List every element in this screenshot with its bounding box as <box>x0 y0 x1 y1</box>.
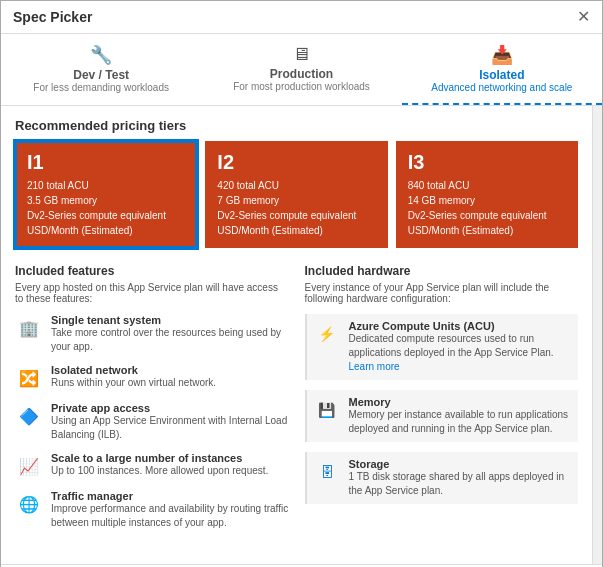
spec-picker-dialog: Spec Picker ✕ 🔧 Dev / Test For less dema… <box>0 0 603 567</box>
dialog-title: Spec Picker <box>13 9 92 25</box>
tier-I2[interactable]: I2 420 total ACU 7 GB memory Dv2-Series … <box>205 141 387 248</box>
acu-icon: ⚡ <box>313 320 341 348</box>
isolated-desc: Advanced networking and scale <box>410 82 594 93</box>
hardware-storage: 🗄 Storage 1 TB disk storage shared by al… <box>305 452 579 504</box>
dev-test-desc: For less demanding workloads <box>9 82 193 93</box>
private-app-text: Private app access Using an App Service … <box>51 402 289 442</box>
isolated-icon: 📥 <box>410 44 594 66</box>
hardware-desc: Every instance of your App Service plan … <box>305 282 579 304</box>
details-section: Included features Every app hosted on th… <box>15 264 578 540</box>
features-desc: Every app hosted on this App Service pla… <box>15 282 289 304</box>
traffic-manager-icon: 🌐 <box>15 490 43 518</box>
tier-I3[interactable]: I3 840 total ACU 14 GB memory Dv2-Series… <box>396 141 578 248</box>
memory-text: Memory Memory per instance available to … <box>349 396 573 436</box>
scale-icon: 📈 <box>15 452 43 480</box>
hardware-column: Included hardware Every instance of your… <box>305 264 579 540</box>
features-column: Included features Every app hosted on th… <box>15 264 289 540</box>
isolated-label: Isolated <box>479 68 524 82</box>
tier-I1[interactable]: I1 210 total ACU 3.5 GB memory Dv2-Serie… <box>15 141 197 248</box>
memory-icon: 💾 <box>313 396 341 424</box>
features-title: Included features <box>15 264 289 278</box>
single-tenant-text: Single tenant system Take more control o… <box>51 314 289 354</box>
title-bar: Spec Picker ✕ <box>1 1 602 34</box>
tier-I1-info: 210 total ACU 3.5 GB memory Dv2-Series c… <box>27 178 185 238</box>
storage-text: Storage 1 TB disk storage shared by all … <box>349 458 573 498</box>
acu-text: Azure Compute Units (ACU) Dedicated comp… <box>349 320 573 374</box>
feature-single-tenant: 🏢 Single tenant system Take more control… <box>15 314 289 354</box>
pricing-section-title: Recommended pricing tiers <box>15 118 578 133</box>
feature-traffic-manager: 🌐 Traffic manager Improve performance an… <box>15 490 289 530</box>
tier-I1-label: I1 <box>27 151 185 174</box>
feature-private-app: 🔷 Private app access Using an App Servic… <box>15 402 289 442</box>
feature-scale: 📈 Scale to a large number of instances U… <box>15 452 289 480</box>
scrollbar[interactable] <box>592 106 602 564</box>
tier-I2-info: 420 total ACU 7 GB memory Dv2-Series com… <box>217 178 375 238</box>
traffic-manager-text: Traffic manager Improve performance and … <box>51 490 289 530</box>
tier-I3-info: 840 total ACU 14 GB memory Dv2-Series co… <box>408 178 566 238</box>
pricing-section: Recommended pricing tiers I1 210 total A… <box>15 118 578 248</box>
tab-bar: 🔧 Dev / Test For less demanding workload… <box>1 34 602 106</box>
dev-test-label: Dev / Test <box>73 68 129 82</box>
storage-icon: 🗄 <box>313 458 341 486</box>
production-desc: For most production workloads <box>209 81 393 92</box>
hardware-acu: ⚡ Azure Compute Units (ACU) Dedicated co… <box>305 314 579 380</box>
tab-production[interactable]: 🖥 Production For most production workloa… <box>201 34 401 105</box>
tab-isolated[interactable]: 📥 Isolated Advanced networking and scale <box>402 34 602 105</box>
isolated-network-icon: 🔀 <box>15 364 43 392</box>
hardware-title: Included hardware <box>305 264 579 278</box>
scale-text: Scale to a large number of instances Up … <box>51 452 268 478</box>
learn-more-link[interactable]: Learn more <box>349 361 400 372</box>
production-label: Production <box>270 67 333 81</box>
isolated-network-text: Isolated network Runs within your own vi… <box>51 364 216 390</box>
feature-isolated-network: 🔀 Isolated network Runs within your own … <box>15 364 289 392</box>
single-tenant-icon: 🏢 <box>15 314 43 342</box>
tier-I2-label: I2 <box>217 151 375 174</box>
tab-dev-test[interactable]: 🔧 Dev / Test For less demanding workload… <box>1 34 201 105</box>
hardware-memory: 💾 Memory Memory per instance available t… <box>305 390 579 442</box>
pricing-tiers-container: I1 210 total ACU 3.5 GB memory Dv2-Serie… <box>15 141 578 248</box>
dev-test-icon: 🔧 <box>9 44 193 66</box>
private-app-icon: 🔷 <box>15 402 43 430</box>
main-content: Recommended pricing tiers I1 210 total A… <box>1 106 592 564</box>
close-button[interactable]: ✕ <box>577 9 590 25</box>
production-icon: 🖥 <box>209 44 393 65</box>
tier-I3-label: I3 <box>408 151 566 174</box>
